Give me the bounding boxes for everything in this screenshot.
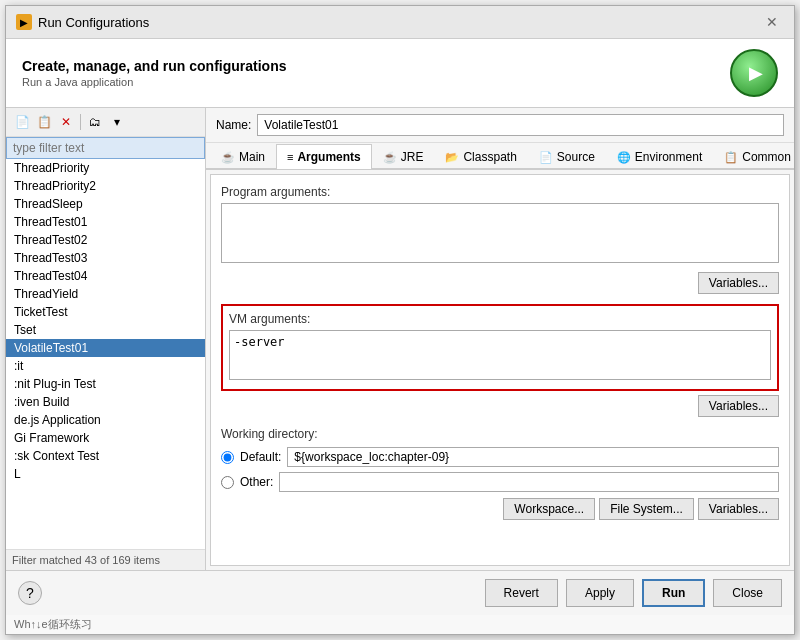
- dir-variables-button[interactable]: Variables...: [698, 498, 779, 520]
- name-input[interactable]: [257, 114, 784, 136]
- header-section: Create, manage, and run configurations R…: [6, 39, 794, 108]
- taskbar-hint: Wh↑↓e循环练习: [6, 615, 794, 634]
- header-subtitle: Run a Java application: [22, 76, 287, 88]
- tab-main[interactable]: ☕ Main: [210, 144, 276, 169]
- bottom-bar: ? Revert Apply Run Close: [6, 570, 794, 615]
- vm-args-label: VM arguments:: [229, 312, 771, 326]
- collapse-all-button[interactable]: 🗂: [85, 112, 105, 132]
- name-label: Name:: [216, 118, 251, 132]
- delete-config-button[interactable]: ✕: [56, 112, 76, 132]
- program-args-container: [221, 203, 779, 266]
- new-config-button[interactable]: 📄: [12, 112, 32, 132]
- panel-content: Program arguments: Variables... VM argum…: [210, 174, 790, 566]
- other-radio-row: Other:: [221, 472, 779, 492]
- tab-classpath-label: Classpath: [463, 150, 516, 164]
- sidebar-item-gi-framework[interactable]: Gi Framework: [6, 429, 205, 447]
- vm-args-section: VM arguments: -server: [221, 304, 779, 391]
- sidebar-item-tickettest[interactable]: TicketTest: [6, 303, 205, 321]
- sidebar-item-threadpriority[interactable]: ThreadPriority: [6, 159, 205, 177]
- apply-button[interactable]: Apply: [566, 579, 634, 607]
- tab-arguments-label: Arguments: [297, 150, 360, 164]
- sidebar-item-context-test[interactable]: :sk Context Test: [6, 447, 205, 465]
- sidebar-item-it[interactable]: :it: [6, 357, 205, 375]
- tab-source[interactable]: 📄 Source: [528, 144, 606, 169]
- default-radio-row: Default:: [221, 447, 779, 467]
- common-tab-icon: 📋: [724, 151, 738, 164]
- sidebar-footer: Filter matched 43 of 169 items: [6, 549, 205, 570]
- dir-buttons: Workspace... File System... Variables...: [221, 498, 779, 520]
- sidebar-item-threadyield[interactable]: ThreadYield: [6, 285, 205, 303]
- tab-common[interactable]: 📋 Common: [713, 144, 794, 169]
- name-row: Name:: [206, 108, 794, 143]
- default-radio-label: Default:: [240, 450, 281, 464]
- sidebar-item-threadsleep[interactable]: ThreadSleep: [6, 195, 205, 213]
- dialog-close-button[interactable]: ✕: [760, 12, 784, 32]
- tab-main-label: Main: [239, 150, 265, 164]
- arguments-tab-icon: ≡: [287, 151, 293, 163]
- program-args-label: Program arguments:: [221, 185, 779, 199]
- jre-tab-icon: ☕: [383, 151, 397, 164]
- sidebar-item-threadpriority2[interactable]: ThreadPriority2: [6, 177, 205, 195]
- classpath-tab-icon: 📂: [445, 151, 459, 164]
- tab-environment[interactable]: 🌐 Environment: [606, 144, 713, 169]
- program-args-input[interactable]: [221, 203, 779, 263]
- source-tab-icon: 📄: [539, 151, 553, 164]
- tab-jre-label: JRE: [401, 150, 424, 164]
- default-dir-input[interactable]: [287, 447, 779, 467]
- program-args-variables-button[interactable]: Variables...: [698, 272, 779, 294]
- tab-source-label: Source: [557, 150, 595, 164]
- other-radio-label: Other:: [240, 475, 273, 489]
- tabs-bar: ☕ Main ≡ Arguments ☕ JRE 📂 Classpath 📄: [206, 143, 794, 170]
- other-radio[interactable]: [221, 476, 234, 489]
- sidebar-list: ThreadPriority ThreadPriority2 ThreadSle…: [6, 159, 205, 549]
- header-title: Create, manage, and run configurations: [22, 58, 287, 74]
- tab-jre[interactable]: ☕ JRE: [372, 144, 435, 169]
- tab-classpath[interactable]: 📂 Classpath: [434, 144, 527, 169]
- sidebar-item-maven-build[interactable]: :iven Build: [6, 393, 205, 411]
- workspace-button[interactable]: Workspace...: [503, 498, 595, 520]
- environment-tab-icon: 🌐: [617, 151, 631, 164]
- sidebar-item-threadtest02[interactable]: ThreadTest02: [6, 231, 205, 249]
- working-dir-label: Working directory:: [221, 427, 779, 441]
- tab-arguments[interactable]: ≡ Arguments: [276, 144, 372, 169]
- default-radio[interactable]: [221, 451, 234, 464]
- run-button[interactable]: [730, 49, 778, 97]
- help-button[interactable]: ?: [18, 581, 42, 605]
- sidebar-item-l[interactable]: L: [6, 465, 205, 483]
- main-panel: Name: ☕ Main ≡ Arguments ☕ JRE 📂: [206, 108, 794, 570]
- other-dir-input[interactable]: [279, 472, 779, 492]
- copy-config-button[interactable]: 📋: [34, 112, 54, 132]
- main-tab-icon: ☕: [221, 151, 235, 164]
- vm-args-variables-button[interactable]: Variables...: [698, 395, 779, 417]
- sidebar-item-threadtest04[interactable]: ThreadTest04: [6, 267, 205, 285]
- revert-button[interactable]: Revert: [485, 579, 558, 607]
- sidebar-toolbar: 📄 📋 ✕ 🗂 ▾: [6, 108, 205, 137]
- dialog-title: Run Configurations: [38, 15, 149, 30]
- filesystem-button[interactable]: File System...: [599, 498, 694, 520]
- working-dir-section: Working directory: Default: Other: Works…: [221, 427, 779, 520]
- sidebar-item-plugin-test[interactable]: :nit Plug-in Test: [6, 375, 205, 393]
- dialog-icon: ▶: [16, 14, 32, 30]
- sidebar-item-threadtest03[interactable]: ThreadTest03: [6, 249, 205, 267]
- sidebar-item-threadtest01[interactable]: ThreadTest01: [6, 213, 205, 231]
- tab-environment-label: Environment: [635, 150, 702, 164]
- title-bar: ▶ Run Configurations ✕: [6, 6, 794, 39]
- sidebar-item-tset[interactable]: Tset: [6, 321, 205, 339]
- vm-args-input[interactable]: -server: [229, 330, 771, 380]
- sidebar-item-volatiletest01[interactable]: VolatileTest01: [6, 339, 205, 357]
- close-action-button[interactable]: Close: [713, 579, 782, 607]
- sidebar-item-nodejs[interactable]: de.js Application: [6, 411, 205, 429]
- run-action-button[interactable]: Run: [642, 579, 705, 607]
- view-menu-button[interactable]: ▾: [107, 112, 127, 132]
- bottom-actions: Revert Apply Run Close: [485, 579, 782, 607]
- sidebar: 📄 📋 ✕ 🗂 ▾ ThreadPriority ThreadPriority2…: [6, 108, 206, 570]
- tab-common-label: Common: [742, 150, 791, 164]
- filter-input[interactable]: [6, 137, 205, 159]
